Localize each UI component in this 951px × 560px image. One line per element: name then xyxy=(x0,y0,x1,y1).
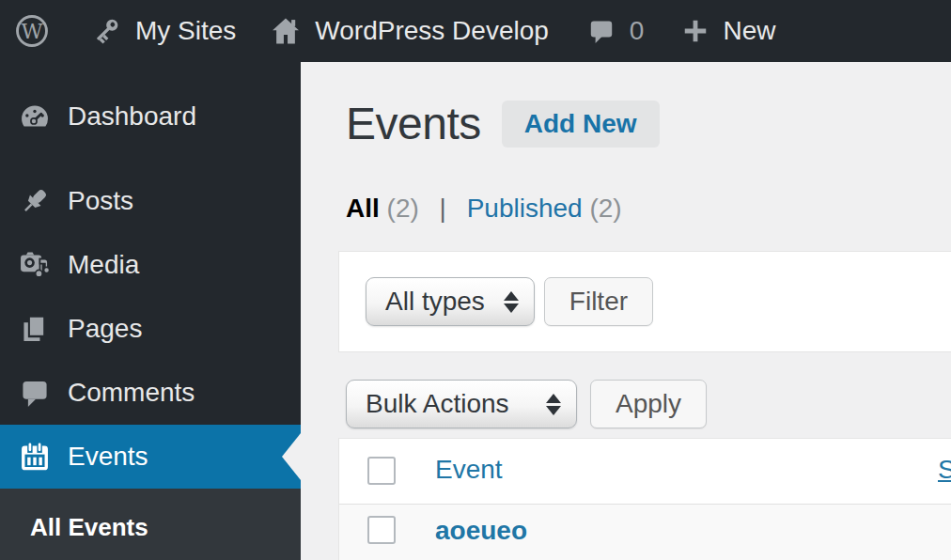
table-row: aoeueo xyxy=(339,505,951,560)
column-header-event[interactable]: Event xyxy=(435,455,503,485)
sidebar-item-label: Dashboard xyxy=(68,101,196,132)
home-icon xyxy=(270,15,302,47)
sidebar-item-label: Comments xyxy=(68,378,195,408)
stacked-pages-icon xyxy=(19,313,51,345)
bulk-actions-select[interactable]: Bulk Actions xyxy=(346,380,577,428)
table-header-row: Event S xyxy=(339,439,951,505)
pushpin-icon xyxy=(19,185,51,217)
type-filter-select[interactable]: All types xyxy=(366,277,535,326)
wordpress-logo-icon: W xyxy=(15,14,49,48)
select-arrows-icon xyxy=(546,394,561,415)
camera-note-icon xyxy=(19,249,51,281)
type-filter-selected-value: All types xyxy=(385,287,485,317)
svg-text:W: W xyxy=(21,19,43,43)
select-arrows-icon xyxy=(504,291,519,313)
add-new-button[interactable]: Add New xyxy=(502,101,660,148)
bulk-actions-row: Bulk Actions Apply xyxy=(346,380,707,428)
sidebar-item-events[interactable]: Events xyxy=(0,425,301,489)
sidebar-item-media[interactable]: Media xyxy=(0,233,301,297)
view-all-link[interactable]: All xyxy=(346,194,380,223)
view-all-count-value: (2) xyxy=(387,194,419,223)
new-content-menu[interactable]: New xyxy=(681,16,775,46)
wp-logo-menu[interactable]: W xyxy=(15,14,49,48)
plus-icon xyxy=(681,17,709,45)
wordpress-admin-screen: W My Sites xyxy=(0,0,951,560)
sidebar-item-label: Events xyxy=(68,442,148,472)
sidebar-item-label: Pages xyxy=(68,314,142,344)
filter-button[interactable]: Filter xyxy=(544,277,653,326)
sidebar-item-dashboard[interactable]: Dashboard xyxy=(0,85,301,148)
dashboard-icon xyxy=(19,101,51,132)
speech-bubble-icon xyxy=(19,377,51,409)
page-title: Events xyxy=(346,98,481,149)
view-published-link[interactable]: Published xyxy=(467,194,583,223)
row-checkbox[interactable] xyxy=(367,516,396,544)
title-row: Events Add New xyxy=(346,98,660,149)
my-sites-label: My Sites xyxy=(135,16,236,46)
current-item-arrow xyxy=(282,433,301,480)
sidebar-item-posts[interactable]: Posts xyxy=(0,169,301,233)
event-title-link[interactable]: aoeueo xyxy=(435,516,527,546)
filter-panel: All types Filter xyxy=(338,251,951,352)
view-filter-links: All (2) | Published (2) xyxy=(346,194,622,224)
comments-count-badge: 0 xyxy=(630,16,645,46)
comments-menu[interactable]: 0 xyxy=(586,16,645,46)
comment-bubble-icon xyxy=(586,16,616,46)
events-list-table: Event S aoeueo xyxy=(338,438,951,560)
view-separator: | xyxy=(440,194,446,223)
admin-sidebar: Dashboard Posts xyxy=(0,62,301,560)
site-name-menu[interactable]: WordPress Develop xyxy=(270,15,548,47)
calendar-icon xyxy=(19,441,51,473)
select-all-checkbox[interactable] xyxy=(367,457,396,485)
submenu-item-all-events[interactable]: All Events xyxy=(30,513,301,541)
view-published-count-value: (2) xyxy=(589,194,621,223)
apply-button[interactable]: Apply xyxy=(590,380,707,428)
new-label: New xyxy=(723,16,775,46)
admin-bar: W My Sites xyxy=(0,0,951,62)
sidebar-item-comments[interactable]: Comments xyxy=(0,361,301,425)
my-sites-menu[interactable]: My Sites xyxy=(90,15,236,47)
column-header-start[interactable]: S xyxy=(938,455,951,485)
main-content: Events Add New All (2) | Published (2) A… xyxy=(301,62,951,560)
events-submenu: All Events xyxy=(0,489,301,560)
admin-menu: Dashboard Posts xyxy=(0,62,301,489)
site-name-label: WordPress Develop xyxy=(315,16,548,46)
bulk-actions-selected-value: Bulk Actions xyxy=(366,389,509,419)
sidebar-item-label: Media xyxy=(68,250,139,280)
key-icon xyxy=(90,15,122,47)
sidebar-item-label: Posts xyxy=(68,186,133,216)
sidebar-item-pages[interactable]: Pages xyxy=(0,297,301,361)
